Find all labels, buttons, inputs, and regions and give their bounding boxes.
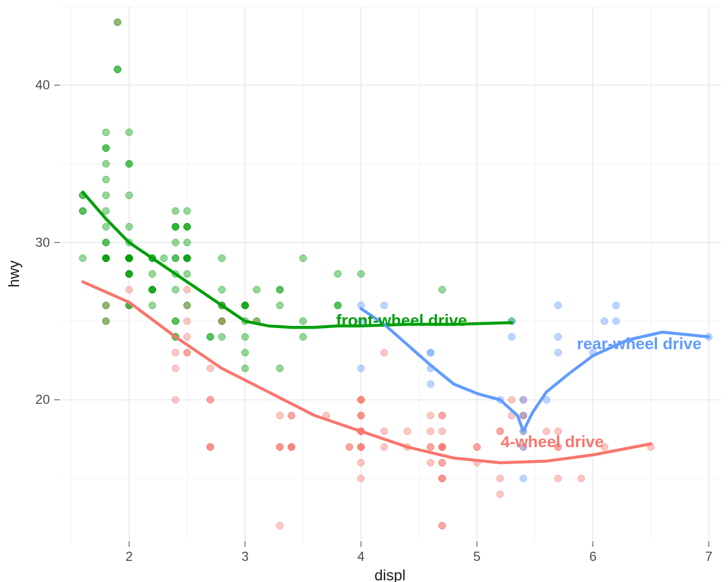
data-point bbox=[126, 286, 133, 293]
data-point bbox=[555, 349, 562, 356]
x-tick-label: 7 bbox=[705, 549, 712, 564]
data-point bbox=[184, 349, 191, 356]
data-point bbox=[427, 443, 434, 450]
data-point bbox=[126, 271, 133, 278]
data-point bbox=[102, 207, 109, 214]
data-point bbox=[160, 254, 167, 261]
data-point bbox=[358, 412, 365, 419]
data-point bbox=[126, 223, 133, 230]
data-point bbox=[218, 286, 225, 293]
data-point bbox=[439, 475, 446, 482]
data-point bbox=[242, 349, 249, 356]
data-point bbox=[242, 302, 249, 309]
x-tick-label: 6 bbox=[589, 549, 596, 564]
x-tick-label: 4 bbox=[358, 549, 365, 564]
data-point bbox=[126, 192, 133, 199]
data-point bbox=[276, 443, 283, 450]
data-point bbox=[613, 318, 620, 325]
data-point bbox=[427, 349, 434, 356]
data-point bbox=[253, 286, 260, 293]
data-point bbox=[439, 459, 446, 466]
series-label-4-wheel-drive: 4-wheel drive bbox=[501, 433, 604, 450]
data-point bbox=[555, 475, 562, 482]
data-point bbox=[172, 349, 179, 356]
data-point bbox=[184, 286, 191, 293]
data-point bbox=[439, 286, 446, 293]
data-point bbox=[126, 254, 133, 261]
data-point bbox=[207, 333, 214, 341]
x-axis-title: displ bbox=[374, 567, 406, 582]
data-point bbox=[172, 239, 179, 246]
data-point bbox=[276, 286, 283, 293]
data-point bbox=[102, 176, 109, 183]
data-point bbox=[439, 443, 446, 450]
data-point bbox=[218, 254, 225, 261]
scatter-plot: 234567203040displhwyfront-wheel driverea… bbox=[0, 0, 728, 582]
x-tick-label: 3 bbox=[242, 549, 249, 564]
data-point bbox=[508, 333, 515, 341]
data-point bbox=[358, 443, 365, 450]
data-point bbox=[102, 160, 109, 167]
data-point bbox=[242, 333, 249, 341]
data-point bbox=[358, 475, 365, 482]
data-point bbox=[358, 459, 365, 466]
data-point bbox=[358, 271, 365, 278]
x-tick-label: 2 bbox=[126, 549, 133, 564]
data-point bbox=[207, 443, 214, 450]
data-point bbox=[276, 302, 283, 309]
data-point bbox=[358, 365, 365, 372]
data-point bbox=[578, 475, 585, 482]
data-point bbox=[102, 192, 109, 199]
data-point bbox=[184, 318, 191, 325]
data-point bbox=[427, 381, 434, 388]
data-point bbox=[172, 254, 179, 261]
data-point bbox=[381, 428, 388, 435]
data-point bbox=[184, 271, 191, 278]
data-point bbox=[276, 412, 283, 419]
series-label-front-wheel-drive: front-wheel drive bbox=[336, 311, 467, 329]
data-point bbox=[102, 129, 109, 136]
data-point bbox=[520, 396, 527, 403]
x-tick-label: 5 bbox=[473, 549, 480, 564]
data-point bbox=[404, 428, 411, 435]
data-point bbox=[207, 396, 214, 403]
data-point bbox=[381, 349, 388, 356]
data-point bbox=[427, 459, 434, 466]
data-point bbox=[102, 318, 109, 325]
data-point bbox=[172, 286, 179, 293]
series-label-rear-wheel-drive: rear-wheel drive bbox=[577, 335, 701, 352]
data-point bbox=[520, 475, 527, 482]
data-point bbox=[79, 207, 86, 214]
data-point bbox=[172, 207, 179, 214]
data-point bbox=[300, 254, 307, 261]
data-point bbox=[218, 318, 225, 325]
data-point bbox=[184, 333, 191, 341]
data-point bbox=[276, 365, 283, 372]
data-point bbox=[288, 412, 295, 419]
data-point bbox=[381, 443, 388, 450]
data-point bbox=[172, 396, 179, 403]
data-point bbox=[439, 522, 446, 529]
data-point bbox=[427, 412, 434, 419]
data-point bbox=[427, 428, 434, 435]
data-point bbox=[613, 302, 620, 309]
data-point bbox=[184, 254, 191, 261]
data-point bbox=[334, 271, 341, 278]
data-point bbox=[149, 302, 156, 309]
data-point bbox=[520, 412, 527, 419]
data-point bbox=[149, 286, 156, 293]
data-point bbox=[242, 365, 249, 372]
data-point bbox=[218, 333, 225, 341]
data-point bbox=[601, 318, 608, 325]
data-point bbox=[300, 318, 307, 325]
data-point bbox=[497, 475, 504, 482]
data-point bbox=[149, 271, 156, 278]
data-point bbox=[439, 428, 446, 435]
data-point bbox=[172, 223, 179, 230]
data-point bbox=[184, 223, 191, 230]
plot-panel bbox=[60, 6, 720, 541]
data-point bbox=[473, 443, 480, 450]
data-point bbox=[126, 129, 133, 136]
data-point bbox=[555, 333, 562, 341]
data-point bbox=[207, 365, 214, 372]
